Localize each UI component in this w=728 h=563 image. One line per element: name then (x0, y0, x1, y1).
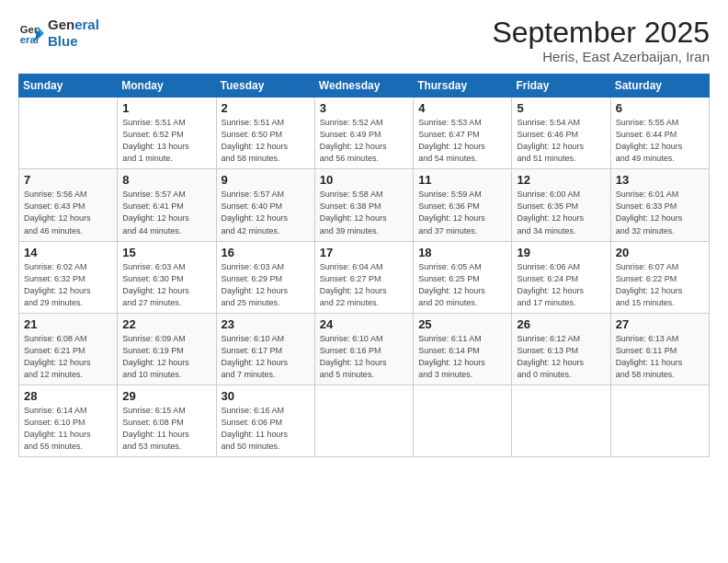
day-number: 29 (122, 389, 210, 403)
day-info: Sunrise: 6:03 AMSunset: 6:30 PMDaylight:… (122, 261, 210, 309)
day-info: Sunrise: 6:02 AMSunset: 6:32 PMDaylight:… (24, 261, 112, 309)
calendar-cell (19, 98, 118, 169)
day-info: Sunrise: 6:01 AMSunset: 6:33 PMDaylight:… (616, 189, 704, 236)
calendar-cell: 18Sunrise: 6:05 AMSunset: 6:25 PMDayligh… (414, 241, 512, 313)
day-info: Sunrise: 5:51 AMSunset: 6:50 PMDaylight:… (222, 117, 310, 165)
calendar-cell: 5Sunrise: 5:54 AMSunset: 6:46 PMDaylight… (512, 98, 610, 169)
logo-icon: Gen eral (18, 20, 44, 46)
day-number: 17 (320, 246, 408, 259)
day-number: 8 (122, 173, 210, 187)
day-info: Sunrise: 5:57 AMSunset: 6:40 PMDaylight:… (222, 189, 310, 236)
day-number: 4 (418, 101, 506, 115)
day-info: Sunrise: 6:06 AMSunset: 6:24 PMDaylight:… (517, 261, 605, 309)
day-number: 6 (616, 101, 704, 115)
calendar-header-row: SundayMondayTuesdayWednesdayThursdayFrid… (19, 75, 710, 98)
header-friday: Friday (512, 75, 610, 98)
day-info: Sunrise: 6:16 AMSunset: 6:06 PMDaylight:… (222, 405, 310, 453)
day-info: Sunrise: 5:53 AMSunset: 6:47 PMDaylight:… (418, 117, 506, 165)
header-saturday: Saturday (610, 75, 709, 98)
day-number: 18 (418, 246, 506, 259)
day-number: 2 (222, 101, 310, 115)
calendar-title: September 2025 (492, 17, 710, 49)
calendar-cell: 10Sunrise: 5:58 AMSunset: 6:38 PMDayligh… (314, 169, 413, 241)
day-number: 3 (320, 101, 408, 115)
calendar-cell (314, 385, 413, 456)
day-info: Sunrise: 6:00 AMSunset: 6:35 PMDaylight:… (517, 189, 605, 236)
calendar-cell: 12Sunrise: 6:00 AMSunset: 6:35 PMDayligh… (512, 169, 610, 241)
logo: Gen eral General Blue (18, 17, 99, 50)
day-info: Sunrise: 6:12 AMSunset: 6:13 PMDaylight:… (517, 333, 605, 381)
header-monday: Monday (118, 75, 216, 98)
day-info: Sunrise: 6:07 AMSunset: 6:22 PMDaylight:… (616, 261, 704, 309)
calendar-cell: 3Sunrise: 5:52 AMSunset: 6:49 PMDaylight… (314, 98, 413, 169)
day-info: Sunrise: 5:56 AMSunset: 6:43 PMDaylight:… (24, 189, 112, 236)
day-number: 24 (320, 317, 408, 331)
week-row-3: 21Sunrise: 6:08 AMSunset: 6:21 PMDayligh… (19, 313, 710, 385)
calendar-cell: 29Sunrise: 6:15 AMSunset: 6:08 PMDayligh… (118, 385, 216, 456)
day-info: Sunrise: 6:08 AMSunset: 6:21 PMDaylight:… (24, 333, 112, 381)
header-sunday: Sunday (19, 75, 118, 98)
calendar-cell: 2Sunrise: 5:51 AMSunset: 6:50 PMDaylight… (216, 98, 314, 169)
calendar-cell: 21Sunrise: 6:08 AMSunset: 6:21 PMDayligh… (19, 313, 118, 385)
day-info: Sunrise: 6:10 AMSunset: 6:17 PMDaylight:… (222, 333, 310, 381)
day-info: Sunrise: 5:57 AMSunset: 6:41 PMDaylight:… (122, 189, 210, 236)
header-wednesday: Wednesday (314, 75, 413, 98)
calendar-cell (610, 385, 709, 456)
calendar-cell: 28Sunrise: 6:14 AMSunset: 6:10 PMDayligh… (19, 385, 118, 456)
day-number: 25 (418, 317, 506, 331)
calendar-cell: 16Sunrise: 6:03 AMSunset: 6:29 PMDayligh… (216, 241, 314, 313)
day-info: Sunrise: 6:10 AMSunset: 6:16 PMDaylight:… (320, 333, 408, 381)
calendar-cell: 26Sunrise: 6:12 AMSunset: 6:13 PMDayligh… (512, 313, 610, 385)
logo-text: General Blue (48, 17, 99, 50)
title-block: September 2025 Heris, East Azerbaijan, I… (492, 17, 710, 64)
day-number: 21 (24, 317, 112, 331)
week-row-4: 28Sunrise: 6:14 AMSunset: 6:10 PMDayligh… (19, 385, 710, 456)
day-number: 13 (616, 173, 704, 187)
calendar-cell: 25Sunrise: 6:11 AMSunset: 6:14 PMDayligh… (414, 313, 512, 385)
day-number: 5 (517, 101, 605, 115)
calendar-cell (512, 385, 610, 456)
day-number: 7 (24, 173, 112, 187)
day-info: Sunrise: 5:54 AMSunset: 6:46 PMDaylight:… (517, 117, 605, 165)
day-number: 20 (616, 246, 704, 259)
day-number: 1 (122, 101, 210, 115)
calendar-cell: 23Sunrise: 6:10 AMSunset: 6:17 PMDayligh… (216, 313, 314, 385)
day-info: Sunrise: 6:09 AMSunset: 6:19 PMDaylight:… (122, 333, 210, 381)
calendar-subtitle: Heris, East Azerbaijan, Iran (492, 49, 710, 64)
calendar-cell: 7Sunrise: 5:56 AMSunset: 6:43 PMDaylight… (19, 169, 118, 241)
day-number: 15 (122, 246, 210, 259)
day-info: Sunrise: 6:04 AMSunset: 6:27 PMDaylight:… (320, 261, 408, 309)
day-number: 19 (517, 246, 605, 259)
week-row-1: 7Sunrise: 5:56 AMSunset: 6:43 PMDaylight… (19, 169, 710, 241)
day-number: 9 (222, 173, 310, 187)
calendar-cell: 20Sunrise: 6:07 AMSunset: 6:22 PMDayligh… (610, 241, 709, 313)
calendar-cell: 22Sunrise: 6:09 AMSunset: 6:19 PMDayligh… (118, 313, 216, 385)
day-info: Sunrise: 5:55 AMSunset: 6:44 PMDaylight:… (616, 117, 704, 165)
calendar-cell: 27Sunrise: 6:13 AMSunset: 6:11 PMDayligh… (610, 313, 709, 385)
day-number: 28 (24, 389, 112, 403)
day-info: Sunrise: 5:59 AMSunset: 6:36 PMDaylight:… (418, 189, 506, 236)
day-number: 23 (222, 317, 310, 331)
day-info: Sunrise: 6:05 AMSunset: 6:25 PMDaylight:… (418, 261, 506, 309)
day-number: 16 (222, 246, 310, 259)
calendar-cell: 17Sunrise: 6:04 AMSunset: 6:27 PMDayligh… (314, 241, 413, 313)
calendar-cell: 19Sunrise: 6:06 AMSunset: 6:24 PMDayligh… (512, 241, 610, 313)
calendar-cell: 14Sunrise: 6:02 AMSunset: 6:32 PMDayligh… (19, 241, 118, 313)
header-thursday: Thursday (414, 75, 512, 98)
week-row-2: 14Sunrise: 6:02 AMSunset: 6:32 PMDayligh… (19, 241, 710, 313)
day-info: Sunrise: 5:58 AMSunset: 6:38 PMDaylight:… (320, 189, 408, 236)
day-number: 22 (122, 317, 210, 331)
calendar-cell: 15Sunrise: 6:03 AMSunset: 6:30 PMDayligh… (118, 241, 216, 313)
day-info: Sunrise: 6:11 AMSunset: 6:14 PMDaylight:… (418, 333, 506, 381)
day-info: Sunrise: 6:15 AMSunset: 6:08 PMDaylight:… (122, 405, 210, 453)
day-number: 12 (517, 173, 605, 187)
day-number: 11 (418, 173, 506, 187)
calendar-cell: 6Sunrise: 5:55 AMSunset: 6:44 PMDaylight… (610, 98, 709, 169)
calendar-table: SundayMondayTuesdayWednesdayThursdayFrid… (18, 74, 710, 457)
day-info: Sunrise: 6:13 AMSunset: 6:11 PMDaylight:… (616, 333, 704, 381)
day-number: 14 (24, 246, 112, 259)
day-number: 30 (222, 389, 310, 403)
header-tuesday: Tuesday (216, 75, 314, 98)
calendar-cell: 1Sunrise: 5:51 AMSunset: 6:52 PMDaylight… (118, 98, 216, 169)
calendar-cell: 8Sunrise: 5:57 AMSunset: 6:41 PMDaylight… (118, 169, 216, 241)
